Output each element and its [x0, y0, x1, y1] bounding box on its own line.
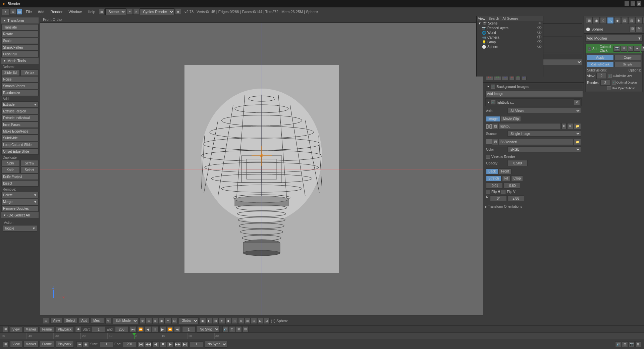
deselect-all-header[interactable]: (De)Select All	[1, 212, 39, 218]
render-engine-select[interactable]: Cycles Render	[140, 8, 174, 15]
noise-btn[interactable]: Noise	[1, 76, 39, 83]
flip-v-check[interactable]	[501, 190, 505, 194]
world-eye[interactable]	[537, 31, 542, 35]
menu-help[interactable]: Help	[85, 9, 98, 14]
extrude-dropdown[interactable]: Extrude ▼	[1, 101, 39, 108]
front-btn[interactable]: Front	[499, 168, 511, 174]
snap-icon-2[interactable]: ⊞	[146, 318, 152, 324]
stretch-btn[interactable]: Stretch	[486, 176, 501, 181]
vp-icon-6[interactable]: ◇	[232, 318, 238, 324]
bisect-btn[interactable]: Bisect	[1, 180, 39, 187]
randomize-btn[interactable]: Randomize	[1, 90, 39, 96]
subsurf-enable[interactable]	[588, 47, 591, 51]
color-select[interactable]: sRGB	[507, 146, 581, 152]
skip-end-btn[interactable]: ⏭	[174, 326, 181, 332]
layout-icon[interactable]: ⊞	[99, 9, 105, 15]
bg-image-close-btn[interactable]: ✕	[574, 99, 580, 105]
snap-icon-3[interactable]: ◈	[152, 318, 158, 324]
spin-btn[interactable]: Spin	[1, 160, 20, 166]
bottom-view-btn[interactable]: View	[10, 341, 22, 348]
edit-mode-select[interactable]: Edit Mode	[113, 317, 138, 324]
anim-icon-2[interactable]: ◉	[83, 341, 89, 347]
push-pull-btn[interactable]: Push/Pull	[1, 51, 39, 57]
stop-btn[interactable]: ⏸	[152, 326, 159, 332]
bottom-rev[interactable]: ◀	[152, 341, 159, 347]
slide-edge-btn[interactable]: Slide Ed	[1, 69, 20, 76]
search-tab[interactable]: Search	[489, 17, 499, 20]
offset-y-input[interactable]	[503, 183, 520, 189]
back-btn[interactable]: Back	[486, 168, 498, 174]
renderlayers-eye[interactable]	[537, 26, 542, 30]
subdivide-uvs-check[interactable]	[608, 74, 612, 78]
add-modifier-btn[interactable]: Add Modifier ▼	[585, 35, 643, 42]
bottom-play[interactable]: ▶	[167, 341, 174, 347]
menu-window[interactable]: Window	[66, 9, 84, 14]
view-tab[interactable]: View	[478, 17, 485, 20]
mod-icon-6[interactable]: ⊡	[621, 17, 628, 24]
simple-btn[interactable]: Simple	[614, 62, 641, 67]
frame-btn[interactable]: Frame	[40, 327, 54, 332]
view-as-render-check[interactable]	[486, 155, 490, 159]
outliner-world[interactable]: 🌐 World	[477, 30, 543, 35]
blender-menu-icon[interactable]: ●	[2, 8, 9, 15]
knife-btn[interactable]: Knife	[1, 167, 20, 173]
transform-header[interactable]: Transform	[1, 17, 39, 23]
rotate-btn[interactable]: Rotate	[1, 31, 39, 37]
subsurf-edit-icon[interactable]: ✎	[628, 46, 634, 52]
subsurf-eye-icon[interactable]: 👁	[621, 46, 627, 52]
scale-btn[interactable]: Scale	[1, 38, 39, 44]
bottom-end-input[interactable]	[123, 341, 136, 347]
fit-btn[interactable]: Fit	[502, 176, 511, 181]
remove-doubles-btn[interactable]: Remove Doubles	[1, 205, 39, 212]
obj-icon-2[interactable]: ✎	[636, 26, 642, 32]
subsurf-down-icon[interactable]: ▼	[641, 46, 644, 52]
extrude-individual-btn[interactable]: Extrude Individual	[1, 115, 39, 121]
filepath-browse-btn[interactable]: 📁	[574, 139, 581, 145]
mod-icon-1[interactable]: ⊞	[586, 17, 593, 24]
bottom-icon-1[interactable]: 🔊	[615, 341, 621, 347]
crop-btn[interactable]: Crop	[511, 176, 523, 181]
render-value-input[interactable]	[600, 80, 610, 86]
image-open-btn[interactable]: 📁	[574, 123, 581, 129]
bottom-next[interactable]: ▶▶	[174, 341, 181, 347]
select-knife-btn[interactable]: Select	[20, 167, 39, 173]
mod-icon-8[interactable]: ✱	[635, 17, 642, 24]
bottom-pause[interactable]: ⏸	[160, 341, 166, 347]
anim-icon-1[interactable]: ⏮	[76, 341, 83, 347]
vp-icon-10[interactable]: ⊏	[257, 318, 263, 324]
menu-file[interactable]: File	[23, 9, 35, 14]
viewport[interactable]: Front Ortho	[40, 16, 483, 326]
vp-icon-3[interactable]: ⊠	[213, 318, 219, 324]
outliner-sphere[interactable]: ⚪ Sphere	[477, 44, 543, 49]
snap-icon-5[interactable]: ✦	[165, 318, 171, 324]
maximize-button[interactable]: □	[631, 1, 635, 6]
outliner-camera[interactable]: 📹 Camera	[477, 35, 543, 40]
outliner-scene[interactable]: ▼ 🎬 Scene 👁	[477, 21, 543, 26]
bottom-frame-btn[interactable]: Frame	[40, 341, 54, 348]
start-frame-input[interactable]	[92, 326, 105, 332]
filepath-input[interactable]	[499, 139, 573, 145]
vp-icon-7[interactable]: ⊕	[238, 318, 244, 324]
all-scenes-tab[interactable]: All Scenes	[502, 17, 518, 20]
outliner-renderlayers[interactable]: 📷 RenderLayers	[477, 26, 543, 30]
mod-icon-3[interactable]: ☾	[600, 17, 607, 24]
merge-dropdown[interactable]: Merge ▼	[1, 199, 39, 205]
outliner-lamp[interactable]: 💡 Lamp	[477, 40, 543, 44]
copy-btn[interactable]: Copy	[614, 55, 641, 60]
snap-icon-4[interactable]: ◉	[159, 318, 165, 324]
opacity-input[interactable]	[507, 160, 528, 166]
bottom-icon-3[interactable]: 📷	[629, 341, 635, 347]
camera-eye[interactable]	[537, 35, 542, 39]
movie-clip-tab-btn[interactable]: Movie Clip	[501, 116, 521, 122]
toggle-dropdown[interactable]: Toggle ▼	[3, 225, 37, 232]
make-edge-face-btn[interactable]: Make Edge/Face	[1, 128, 39, 135]
mod-icon-4[interactable]: 🔧	[607, 17, 614, 24]
source-select[interactable]: Single Image	[507, 131, 581, 137]
delete-dropdown[interactable]: Delete ▼	[1, 192, 39, 198]
bg-image-visible[interactable]	[491, 100, 495, 104]
view-btn[interactable]: View	[50, 318, 62, 323]
opensubdiv-check[interactable]	[607, 86, 611, 90]
orientation-select[interactable]: Global	[179, 317, 199, 324]
sync-select[interactable]: No Sync	[197, 326, 220, 333]
timeline-view-btn[interactable]: View	[10, 327, 22, 332]
